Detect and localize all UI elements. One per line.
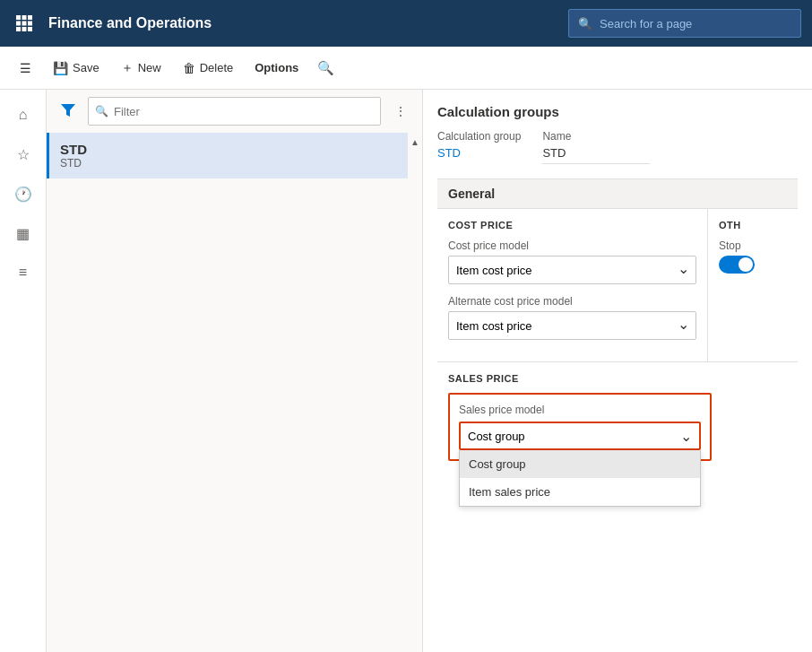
filter-input-wrap: 🔍 (88, 97, 381, 126)
star-icon-btn[interactable]: ☆ (5, 136, 41, 172)
sidebar-icons: ⌂ ☆ 🕐 ▦ ≡ (0, 90, 47, 652)
name-field: Name STD (542, 130, 650, 164)
svg-rect-4 (22, 22, 27, 26)
main-layout: ⌂ ☆ 🕐 ▦ ≡ 🔍 (0, 90, 812, 652)
filter-icon (61, 104, 75, 119)
app-title: Finance and Operations (48, 15, 557, 31)
stop-toggle[interactable] (719, 256, 755, 274)
list-item[interactable]: STD STD (47, 133, 408, 178)
sales-price-model-outlined-box: Sales price model Cost group ⌄ Cost grou… (448, 393, 712, 461)
list-icon-btn[interactable]: ≡ (5, 255, 41, 291)
search-icon: 🔍 (578, 17, 592, 30)
list-view-icon: ⋮ (394, 104, 407, 118)
grid-icon-btn[interactable]: ▦ (5, 215, 41, 251)
svg-rect-2 (28, 15, 32, 20)
sales-price-model-dropdown: Cost group ⌄ Cost group Item sales price (459, 422, 701, 450)
list-view-button[interactable]: ⋮ (386, 97, 415, 126)
hamburger-icon: ☰ (20, 61, 31, 75)
calculation-group-value[interactable]: STD (437, 146, 521, 160)
svg-rect-0 (16, 15, 21, 20)
hamburger-button[interactable]: ☰ (11, 56, 40, 81)
dropdown-item-cost-group[interactable]: Cost group (460, 450, 700, 478)
list-content: STD STD ▲ (47, 133, 422, 652)
alternate-cost-price-model-select[interactable]: Item cost price (448, 311, 696, 340)
stop-toggle-wrap: Stop (719, 239, 787, 274)
name-value[interactable]: STD (542, 146, 650, 164)
calculation-groups-title: Calculation groups (437, 104, 798, 119)
clock-icon-btn[interactable]: 🕐 (5, 176, 41, 212)
detail-panel: Calculation groups Calculation group STD… (423, 90, 812, 652)
filter-button[interactable] (54, 97, 82, 126)
svg-rect-6 (16, 27, 21, 31)
sales-price-header: SALES PRICE (448, 373, 787, 384)
cost-price-column: COST PRICE Cost price model Item cost pr… (437, 209, 708, 361)
toolbar-search-icon: 🔍 (317, 60, 334, 76)
alternate-cost-price-model-label: Alternate cost price model (448, 295, 696, 308)
sales-price-inner: SALES PRICE Sales price model Cost group… (437, 361, 798, 472)
general-section: General COST PRICE Cost price model Item… (437, 178, 798, 472)
home-icon-btn[interactable]: ⌂ (5, 97, 41, 133)
search-placeholder: Search for a page (600, 17, 692, 30)
options-button[interactable]: Options (246, 56, 307, 80)
alternate-cost-price-model-select-wrapper: Item cost price (448, 311, 696, 340)
delete-icon: 🗑 (183, 61, 195, 75)
svg-rect-1 (22, 15, 27, 20)
toolbar: ☰ 💾 Save ＋ New 🗑 Delete Options 🔍 (0, 47, 812, 90)
dropdown-arrow-icon: ⌄ (680, 428, 692, 445)
fields-group: Calculation group STD Name STD (437, 130, 798, 164)
calculation-group-label: Calculation group (437, 130, 521, 143)
filter-input-icon: 🔍 (95, 105, 108, 117)
columns-layout: COST PRICE Cost price model Item cost pr… (437, 208, 798, 361)
calculation-group-field: Calculation group STD (437, 130, 521, 164)
svg-rect-5 (28, 22, 32, 26)
list-icon: ≡ (19, 265, 27, 281)
svg-rect-3 (16, 22, 21, 26)
list-panel: 🔍 ⋮ STD STD ▲ (47, 90, 423, 652)
other-header: OTH (719, 220, 787, 230)
home-icon: ⌂ (19, 107, 28, 123)
list-items: STD STD (47, 133, 408, 652)
cost-price-model-field: Cost price model Item cost price (448, 239, 696, 284)
clock-icon: 🕐 (14, 186, 32, 203)
cost-price-header: COST PRICE (448, 220, 696, 230)
sales-price-section: SALES PRICE Sales price model Cost group… (437, 361, 798, 472)
alternate-cost-price-model-field: Alternate cost price model Item cost pri… (448, 295, 696, 340)
sales-price-model-value: Cost group (468, 430, 525, 443)
save-icon: 💾 (53, 61, 68, 75)
dropdown-item-item-sales-price[interactable]: Item sales price (460, 478, 700, 506)
stop-label: Stop (719, 239, 787, 252)
sales-price-model-label: Sales price model (459, 404, 701, 416)
list-toolbar: 🔍 ⋮ (47, 90, 422, 133)
svg-rect-8 (28, 27, 32, 31)
cost-price-model-select[interactable]: Item cost price (448, 256, 696, 284)
save-button[interactable]: 💾 Save (44, 56, 108, 81)
filter-input[interactable] (88, 97, 381, 126)
star-icon: ☆ (17, 146, 30, 163)
cost-price-model-select-wrapper: Item cost price (448, 256, 696, 284)
cost-price-model-label: Cost price model (448, 239, 696, 252)
grid-icon: ▦ (16, 225, 30, 242)
sales-price-model-selected[interactable]: Cost group ⌄ (459, 422, 701, 450)
new-button[interactable]: ＋ New (112, 55, 170, 82)
search-bar[interactable]: 🔍 Search for a page (568, 9, 801, 38)
name-label: Name (542, 130, 650, 143)
waffle-menu-icon[interactable] (11, 15, 38, 31)
sales-price-dropdown-list: Cost group Item sales price (459, 450, 701, 507)
list-scrollbar: ▲ (408, 133, 422, 652)
svg-rect-7 (22, 27, 27, 31)
top-nav: Finance and Operations 🔍 Search for a pa… (0, 0, 812, 47)
list-item-title: STD (60, 142, 397, 157)
delete-button[interactable]: 🗑 Delete (174, 56, 243, 81)
new-icon: ＋ (121, 60, 134, 76)
other-column: OTH Stop (708, 209, 798, 361)
scroll-up-arrow[interactable]: ▲ (408, 135, 422, 149)
list-item-subtitle: STD (60, 157, 397, 170)
toolbar-search-button[interactable]: 🔍 (311, 54, 340, 83)
general-header: General (437, 178, 798, 208)
